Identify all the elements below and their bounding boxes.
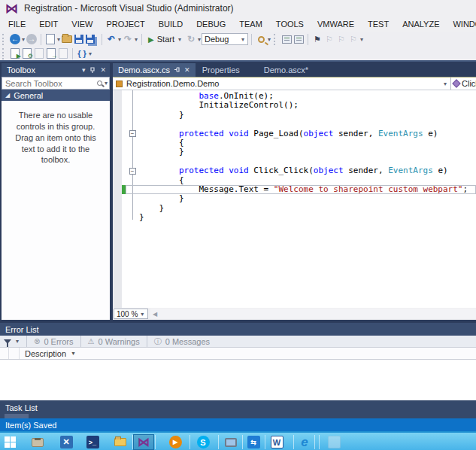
menu-item-analyze[interactable]: ANALYZE bbox=[396, 17, 446, 31]
taskbar-remote-desktop-icon[interactable] bbox=[220, 434, 241, 450]
types-dropdown[interactable]: Registration.Demo.Demo ▾ bbox=[113, 78, 451, 90]
play-icon: ▶ bbox=[148, 35, 154, 44]
publish-button[interactable]: → bbox=[46, 47, 56, 60]
menu-item-window[interactable]: WINDOW bbox=[446, 17, 476, 31]
save-all-button[interactable] bbox=[86, 32, 98, 46]
clear-bookmarks-button[interactable]: ⚐ bbox=[348, 32, 359, 46]
tab-demo-ascx-[interactable]: Demo.ascx* bbox=[259, 63, 314, 77]
taskbar-teamviewer-icon[interactable]: ⇆ bbox=[243, 434, 264, 450]
previous-bookmark-button[interactable]: ⚐ bbox=[324, 32, 335, 46]
toolbox-search-input[interactable] bbox=[2, 79, 97, 88]
taskbar-skype-icon[interactable]: S bbox=[193, 434, 214, 450]
chevron-down-icon[interactable]: ▾ bbox=[135, 36, 138, 43]
open-file-button[interactable] bbox=[62, 32, 72, 46]
toolbar-grip[interactable] bbox=[2, 34, 6, 45]
taskbar-background-app-icon[interactable] bbox=[323, 434, 344, 450]
validate-button[interactable] bbox=[58, 47, 68, 60]
members-dropdown[interactable]: Click bbox=[451, 79, 476, 88]
code-line: } bbox=[113, 213, 476, 222]
next-bookmark-button[interactable]: ⚐ bbox=[336, 32, 347, 46]
retract-solution-button[interactable] bbox=[34, 47, 44, 60]
menu-item-view[interactable]: VIEW bbox=[65, 17, 99, 31]
find-in-files-button[interactable] bbox=[256, 32, 266, 46]
menu-item-project[interactable]: PROJECT bbox=[99, 17, 151, 31]
chevron-down-icon[interactable]: ▾ bbox=[118, 36, 121, 43]
editor-bottom-bar: 100 % ▾ ◀ bbox=[113, 308, 476, 320]
toolbar-overflow-button[interactable]: ▾ bbox=[89, 50, 92, 57]
taskbar-visual-studio-icon[interactable]: ⋈ bbox=[133, 434, 154, 450]
window-position-menu-button[interactable]: ▾ bbox=[80, 66, 88, 74]
taskbar-divider bbox=[293, 435, 294, 449]
code-editor[interactable]: base.OnInit(e); InitializeControl(); }− … bbox=[113, 90, 476, 308]
increase-indent-button[interactable] bbox=[293, 32, 304, 46]
taskbar-powershell-icon[interactable]: >_ bbox=[82, 434, 103, 450]
chevron-down-icon[interactable]: ▾ bbox=[105, 80, 108, 87]
code-line: } bbox=[113, 194, 476, 203]
document-tabstrip: Demo.ascx.cs✕PropertiesDemo.ascx* bbox=[113, 63, 476, 77]
save-button[interactable] bbox=[74, 32, 84, 46]
tab-demo-ascx-cs[interactable]: Demo.ascx.cs✕ bbox=[113, 63, 196, 77]
taskbar-admin-tools-icon[interactable]: ✕ bbox=[56, 434, 77, 450]
filter-icon[interactable] bbox=[4, 339, 11, 344]
close-icon[interactable]: ✕ bbox=[98, 66, 108, 74]
toolbar-overflow-button[interactable]: ▾ bbox=[268, 36, 271, 43]
undo-button[interactable]: ↶ bbox=[106, 32, 117, 46]
toolbox-header[interactable]: Toolbox ▾ ✕ bbox=[2, 63, 110, 77]
messages-filter-button[interactable]: 0 Messages bbox=[165, 337, 210, 346]
decrease-indent-button[interactable] bbox=[281, 32, 292, 46]
errors-filter-button[interactable]: 0 Errors bbox=[44, 337, 73, 346]
taskbar-media-app-icon[interactable]: ▶ bbox=[165, 434, 186, 450]
menu-item-build[interactable]: BUILD bbox=[152, 17, 189, 31]
navigate-forward-button[interactable]: → bbox=[26, 32, 37, 46]
deploy-solution-button[interactable]: ▶ bbox=[10, 47, 20, 60]
chevron-down-icon[interactable]: ▾ bbox=[16, 338, 19, 345]
taskbar-file-explorer-icon[interactable] bbox=[110, 434, 131, 450]
menu-item-team[interactable]: TEAM bbox=[232, 17, 269, 31]
search-icon[interactable] bbox=[97, 81, 102, 86]
zoom-level-combobox[interactable]: 100 % ▾ bbox=[114, 309, 148, 319]
redo-button[interactable]: ↷ bbox=[123, 32, 133, 46]
horizontal-scrollbar[interactable]: ◀ bbox=[150, 309, 476, 319]
start-debug-button[interactable]: ▶ Start ▾ bbox=[145, 35, 185, 44]
toolbar-grip[interactable] bbox=[274, 34, 277, 45]
toolbox-content[interactable]: There are no usable controls in this gro… bbox=[2, 101, 110, 320]
toolbar-grip[interactable] bbox=[2, 48, 6, 59]
menu-item-debug[interactable]: DEBUG bbox=[189, 17, 232, 31]
scroll-left-arrow-icon[interactable]: ◀ bbox=[150, 311, 159, 318]
pin-icon[interactable] bbox=[87, 67, 98, 74]
collapse-region-icon[interactable]: − bbox=[129, 130, 136, 137]
navigate-back-button[interactable]: ← bbox=[10, 32, 20, 46]
menu-item-edit[interactable]: EDIT bbox=[32, 17, 65, 31]
chevron-down-icon[interactable]: ▾ bbox=[22, 36, 25, 43]
collapse-region-icon[interactable]: − bbox=[129, 168, 136, 175]
tab-properties[interactable]: Properties bbox=[197, 63, 245, 77]
menu-item-test[interactable]: TEST bbox=[361, 17, 396, 31]
chevron-down-icon[interactable]: ▾ bbox=[57, 36, 60, 43]
chevron-down-icon[interactable]: ▾ bbox=[198, 36, 201, 43]
taskbar-word-icon[interactable]: W bbox=[266, 434, 287, 450]
menu-item-file[interactable]: FILE bbox=[2, 17, 32, 31]
taskbar-server-manager-icon[interactable] bbox=[27, 434, 48, 450]
view-code-button[interactable]: { } bbox=[77, 47, 87, 60]
pin-icon[interactable] bbox=[174, 65, 180, 74]
solution-configuration-combobox[interactable]: Debug ▾ bbox=[202, 33, 248, 45]
error-list-header[interactable]: Error List bbox=[0, 323, 476, 336]
toolbar-overflow-button[interactable]: ▾ bbox=[360, 36, 363, 43]
code-line: InitializeControl(); bbox=[113, 101, 476, 110]
close-icon[interactable]: ✕ bbox=[184, 66, 190, 74]
warnings-filter-button[interactable]: 0 Warnings bbox=[99, 337, 140, 346]
toggle-bookmark-button[interactable]: ⚑ bbox=[312, 32, 323, 46]
error-list-content[interactable] bbox=[0, 360, 476, 400]
toolbox-section-general[interactable]: ◢ General bbox=[2, 90, 110, 101]
new-file-button[interactable] bbox=[45, 32, 56, 46]
method-icon bbox=[452, 79, 460, 87]
package-solution-button[interactable]: ⚙ bbox=[22, 47, 32, 60]
task-list-panel[interactable]: Task List bbox=[0, 400, 476, 418]
menu-item-tools[interactable]: TOOLS bbox=[269, 17, 311, 31]
taskbar-internet-explorer-icon[interactable]: e bbox=[294, 434, 315, 450]
menu-item-vmware[interactable]: VMWARE bbox=[311, 17, 361, 31]
menu-bar: FILEEDITVIEWPROJECTBUILDDEBUGTEAMTOOLSVM… bbox=[0, 17, 476, 32]
restart-button[interactable]: ↻ bbox=[186, 32, 196, 46]
description-column-header[interactable]: Description ▼ bbox=[20, 349, 76, 358]
taskbar-start-button[interactable] bbox=[0, 434, 20, 450]
